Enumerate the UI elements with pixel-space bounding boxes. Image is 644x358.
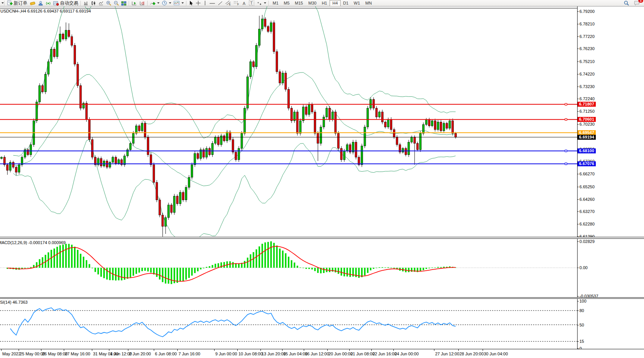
rsi-tick bbox=[577, 301, 579, 301]
price-tick bbox=[577, 36, 579, 37]
chevron-down-icon bbox=[157, 2, 159, 4]
main-chart-canvas[interactable] bbox=[0, 6, 577, 237]
tf-m15-button[interactable]: M15 bbox=[292, 0, 306, 6]
zoom-out-button[interactable] bbox=[112, 0, 120, 6]
chart-bars-button[interactable] bbox=[82, 0, 90, 6]
price-tick bbox=[577, 174, 579, 174]
horizontal-line-icon bbox=[209, 1, 215, 6]
price-tick bbox=[577, 11, 579, 12]
community-button[interactable] bbox=[37, 0, 44, 6]
text-icon: A bbox=[242, 1, 246, 6]
time-axis-label: 30 Jun 04:00 bbox=[484, 352, 508, 356]
autotrading-button[interactable]: 自动交易 bbox=[52, 0, 79, 6]
macd-canvas[interactable] bbox=[0, 239, 577, 297]
price-tick bbox=[577, 124, 579, 125]
current-price-tag[interactable]: 6.69194 bbox=[578, 135, 596, 140]
templates-button[interactable] bbox=[172, 0, 185, 6]
price-tick bbox=[577, 74, 579, 74]
price-tick-label: 6.71250 bbox=[579, 109, 595, 114]
equidistant-channel-button[interactable]: E bbox=[224, 0, 232, 6]
horizontal-line-button[interactable] bbox=[208, 0, 216, 6]
tile-windows-button[interactable] bbox=[120, 0, 128, 6]
new-order-label: 新订单 bbox=[14, 0, 27, 6]
crosshair-button[interactable] bbox=[194, 0, 202, 6]
time-tick bbox=[483, 349, 483, 351]
macd-tick bbox=[577, 268, 579, 268]
price-tick-label: 6.70230 bbox=[579, 122, 595, 126]
time-tick bbox=[214, 349, 215, 351]
fibonacci-button[interactable]: F bbox=[232, 0, 241, 6]
text-button[interactable]: A bbox=[241, 0, 248, 6]
macd-tick bbox=[577, 241, 579, 242]
price-line-tag[interactable]: 6.67076 bbox=[578, 161, 596, 166]
zoom-in-icon bbox=[106, 0, 111, 6]
notification-badge: 1 bbox=[638, 0, 643, 3]
chart-shift-button[interactable] bbox=[138, 0, 146, 6]
price-tick-label: 6.78210 bbox=[579, 22, 595, 26]
trendline-button[interactable] bbox=[216, 0, 224, 6]
notifications-button[interactable]: 1 bbox=[633, 0, 641, 6]
macd-label: MACD(12,26,9) -0.000174 0.000969 bbox=[0, 240, 99, 245]
trendline-icon bbox=[218, 1, 223, 6]
chart-candles-button[interactable] bbox=[90, 0, 97, 6]
search-button[interactable] bbox=[622, 0, 630, 6]
time-tick bbox=[19, 349, 19, 351]
tf-w1-button[interactable]: W1 bbox=[351, 0, 363, 6]
time-tick bbox=[1, 349, 2, 351]
time-axis-label: 7 Jun 16:00 bbox=[178, 352, 200, 356]
time-axis-label: 28 Jun 20:00 bbox=[459, 352, 484, 356]
time-tick bbox=[177, 349, 178, 351]
fibonacci-icon: F bbox=[234, 0, 240, 6]
chart-title: USDCNH-,H4 6.69126 6.69437 6.69117 6.691… bbox=[0, 9, 91, 13]
tf-m5-button[interactable]: M5 bbox=[281, 0, 292, 6]
rsi-tick-label: 15 bbox=[579, 339, 584, 344]
price-tick-label: 6.62280 bbox=[579, 222, 595, 226]
vertical-line-icon bbox=[203, 0, 207, 6]
chart-line-button[interactable] bbox=[97, 0, 105, 6]
time-axis-label: 2 Jun 20:00 bbox=[129, 352, 151, 356]
time-axis-label: 10 Jun 08:00 bbox=[238, 352, 263, 356]
vertical-line-button[interactable] bbox=[202, 0, 208, 6]
crosshair-icon bbox=[196, 0, 201, 6]
text-label-button[interactable]: T bbox=[248, 0, 256, 6]
price-tick bbox=[577, 99, 579, 99]
tf-m1-button[interactable]: M1 bbox=[270, 0, 281, 6]
price-line-tag[interactable]: 6.70601 bbox=[578, 117, 596, 122]
crayon-button[interactable] bbox=[28, 0, 37, 6]
auto-scroll-button[interactable] bbox=[130, 0, 138, 6]
tf-m30-button[interactable]: M30 bbox=[306, 0, 319, 6]
text-label-icon: T bbox=[249, 0, 254, 6]
indicators-button[interactable] bbox=[149, 0, 161, 6]
price-line-tag[interactable]: 6.68100 bbox=[578, 148, 596, 153]
macd-tick-label: -0.030537 bbox=[579, 294, 598, 297]
rsi-canvas[interactable] bbox=[0, 299, 577, 349]
signals-button[interactable] bbox=[44, 0, 52, 6]
toolbar-overflow-button[interactable] bbox=[1, 0, 3, 6]
time-axis-label: 15 Jun 04:00 bbox=[283, 352, 308, 356]
tf-h1-button[interactable]: H1 bbox=[319, 0, 330, 6]
cursor-button[interactable] bbox=[188, 0, 194, 6]
clock-icon bbox=[162, 0, 167, 6]
time-tick bbox=[237, 349, 238, 351]
arrows-button[interactable] bbox=[256, 0, 267, 6]
rsi-tick-label: 0 bbox=[579, 346, 582, 349]
macd-tick-label: 0.00 bbox=[579, 265, 587, 270]
time-axis-label: 27 May 16:00 bbox=[65, 352, 90, 356]
price-tick-label: 6.64260 bbox=[579, 197, 595, 202]
bar-chart-icon bbox=[83, 1, 88, 6]
time-axis-label: 16 Jun 12:00 bbox=[305, 352, 329, 356]
tf-d1-button[interactable]: D1 bbox=[341, 0, 351, 6]
rsi-tick bbox=[577, 325, 579, 325]
time-axis-label: 24 Jun 00:00 bbox=[395, 352, 419, 356]
tf-mn-button[interactable]: MN bbox=[363, 0, 374, 6]
periods-clock-button[interactable] bbox=[161, 0, 172, 6]
price-line-tag[interactable]: 6.71807 bbox=[578, 102, 596, 107]
zoom-in-button[interactable] bbox=[105, 0, 112, 6]
crayon-icon bbox=[30, 1, 36, 6]
tf-h4-button[interactable]: H4 bbox=[330, 0, 340, 6]
price-tick bbox=[577, 62, 579, 62]
new-order-button[interactable]: 新订单 bbox=[6, 0, 28, 6]
channel-icon: E bbox=[225, 0, 231, 6]
line-chart-icon bbox=[98, 1, 104, 6]
time-axis-label: 21 Jun 08:00 bbox=[350, 352, 375, 356]
